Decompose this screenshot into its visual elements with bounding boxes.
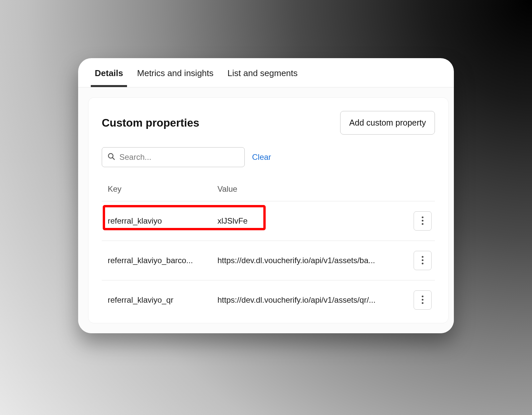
svg-point-10 bbox=[422, 302, 423, 304]
row-actions-button[interactable] bbox=[414, 211, 432, 231]
search-icon bbox=[107, 153, 115, 162]
custom-properties-panel: Custom properties Add custom property Cl… bbox=[88, 97, 449, 323]
tab-list-segments[interactable]: List and segments bbox=[227, 68, 298, 87]
svg-line-1 bbox=[112, 157, 114, 159]
more-vertical-icon bbox=[422, 295, 424, 305]
more-vertical-icon bbox=[422, 256, 424, 265]
property-key: referral_klaviyo_barco... bbox=[108, 256, 217, 265]
column-header-key: Key bbox=[108, 184, 217, 194]
panel-title: Custom properties bbox=[102, 117, 199, 129]
svg-point-7 bbox=[422, 262, 423, 264]
main-card: Details Metrics and insights List and se… bbox=[78, 58, 454, 333]
svg-point-4 bbox=[422, 223, 423, 225]
svg-point-3 bbox=[422, 220, 423, 221]
svg-point-8 bbox=[422, 295, 423, 297]
tabs-bar: Details Metrics and insights List and se… bbox=[78, 58, 454, 87]
property-value: https://dev.dl.voucherify.io/api/v1/asse… bbox=[217, 256, 408, 265]
content-wrap: Custom properties Add custom property Cl… bbox=[78, 87, 454, 333]
column-header-actions bbox=[408, 184, 432, 194]
property-value: https://dev.dl.voucherify.io/api/v1/asse… bbox=[217, 295, 408, 305]
search-row: Clear bbox=[102, 147, 435, 167]
row-actions-button[interactable] bbox=[414, 290, 432, 310]
column-header-value: Value bbox=[217, 184, 408, 194]
svg-point-9 bbox=[422, 299, 423, 300]
property-key: referral_klaviyo bbox=[108, 216, 217, 226]
search-box[interactable] bbox=[102, 147, 245, 167]
properties-table: Key Value referral_klaviyo xlJSlvFe bbox=[102, 177, 435, 320]
table-header: Key Value bbox=[102, 177, 435, 201]
clear-link[interactable]: Clear bbox=[252, 153, 271, 162]
svg-point-6 bbox=[422, 259, 423, 261]
table-row: referral_klaviyo_barco... https://dev.dl… bbox=[102, 241, 435, 280]
row-actions-button[interactable] bbox=[414, 251, 432, 270]
svg-point-5 bbox=[422, 256, 423, 258]
tab-metrics[interactable]: Metrics and insights bbox=[137, 68, 213, 87]
panel-header: Custom properties Add custom property bbox=[102, 111, 435, 135]
property-key: referral_klaviyo_qr bbox=[108, 295, 217, 305]
add-custom-property-button[interactable]: Add custom property bbox=[340, 111, 435, 135]
table-row: referral_klaviyo_qr https://dev.dl.vouch… bbox=[102, 280, 435, 320]
more-vertical-icon bbox=[422, 216, 424, 226]
tab-details[interactable]: Details bbox=[95, 68, 123, 87]
svg-point-2 bbox=[422, 216, 423, 218]
table-row: referral_klaviyo xlJSlvFe bbox=[102, 201, 435, 241]
search-input[interactable] bbox=[119, 153, 239, 162]
property-value: xlJSlvFe bbox=[217, 216, 408, 226]
